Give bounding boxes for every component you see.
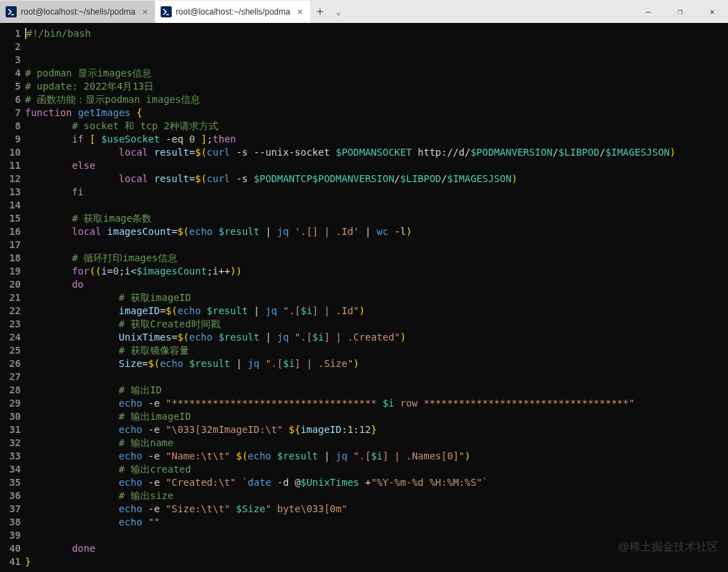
line: 16 local imagesCount=$(echo $result | jq… <box>0 225 728 238</box>
line: 35 echo -e "Created:\t" `date -d @$UnixT… <box>0 476 728 489</box>
line: 21 # 获取imageID <box>0 291 728 304</box>
line: 14 <box>0 199 728 212</box>
line: 28 # 输出ID <box>0 384 728 397</box>
line: 29 echo -e "****************************… <box>0 397 728 410</box>
line: 8 # socket 和 tcp 2种请求方式 <box>0 120 728 133</box>
line: 15 # 获取image条数 <box>0 212 728 225</box>
window-controls: — ❐ ✕ <box>632 0 728 23</box>
line: 9 if [ $useSocket -eq 0 ];then <box>0 133 728 146</box>
line: 19 for((i=0;i<$imagesCount;i++)) <box>0 265 728 278</box>
line: 27 <box>0 370 728 384</box>
title-bar: root@localhost:~/shells/podma × root@loc… <box>0 0 728 23</box>
close-button[interactable]: ✕ <box>696 0 728 23</box>
tab-1[interactable]: root@localhost:~/shells/podma × <box>0 1 155 23</box>
line: 31 echo -e "\033[32mImageID:\t" ${imageI… <box>0 423 728 436</box>
close-icon[interactable]: × <box>297 6 302 17</box>
line: 11 else <box>0 159 728 172</box>
line: 17 <box>0 238 728 252</box>
line: 37 echo -e "Size:\t\t" $Size" byte\033[0… <box>0 502 728 516</box>
tab-title-2: root@localhost:~/shells/podma <box>176 7 291 17</box>
line: 1#!/bin/bash <box>0 27 728 40</box>
tab-2[interactable]: root@localhost:~/shells/podma × <box>155 1 310 23</box>
line: 25 # 获取镜像容量 <box>0 344 728 357</box>
close-icon[interactable]: × <box>143 6 148 17</box>
line: 18 # 循环打印images信息 <box>0 252 728 265</box>
tab-dropdown-button[interactable]: ⌄ <box>330 7 346 17</box>
line: 23 # 获取Created时间戳 <box>0 318 728 331</box>
maximize-button[interactable]: ❐ <box>664 0 696 23</box>
line: 12 local result=$(curl -s $PODMANTCP$POD… <box>0 172 728 186</box>
tab-title-1: root@localhost:~/shells/podma <box>21 7 136 17</box>
line: 10 local result=$(curl -s --unix-socket … <box>0 146 728 159</box>
tabs: root@localhost:~/shells/podma × root@loc… <box>0 0 346 23</box>
code-editor[interactable]: 1#!/bin/bash 2 3 4# podman 显示images信息 5#… <box>0 23 728 569</box>
line: 20 do <box>0 278 728 291</box>
watermark: @稀土掘金技术社区 <box>618 540 718 555</box>
line: 36 # 输出size <box>0 489 728 502</box>
line: 13 fi <box>0 186 728 199</box>
line: 33 echo -e "Name:\t\t" $(echo $result | … <box>0 450 728 463</box>
line: 3 <box>0 54 728 67</box>
line: 24 UnixTimes=$(echo $result | jq ".[$i] … <box>0 331 728 344</box>
line: 30 # 输出imageID <box>0 410 728 423</box>
line: 41} <box>0 555 728 569</box>
line: 32 # 输出name <box>0 436 728 450</box>
line: 22 imageID=$(echo $result | jq ".[$i] | … <box>0 304 728 318</box>
line: 26 Size=$(echo $result | jq ".[$i] | .Si… <box>0 357 728 370</box>
line: 34 # 输出created <box>0 463 728 476</box>
line: 38 echo "" <box>0 516 728 529</box>
powershell-icon <box>6 6 17 17</box>
line: 2 <box>0 40 728 54</box>
powershell-icon <box>161 6 172 17</box>
minimize-button[interactable]: — <box>632 0 664 23</box>
line: 6# 函数功能：显示podman images信息 <box>0 93 728 106</box>
line: 7function getImages { <box>0 106 728 120</box>
line: 4# podman 显示images信息 <box>0 67 728 80</box>
new-tab-button[interactable]: + <box>310 5 331 18</box>
line: 5# update: 2022年4月13日 <box>0 80 728 93</box>
